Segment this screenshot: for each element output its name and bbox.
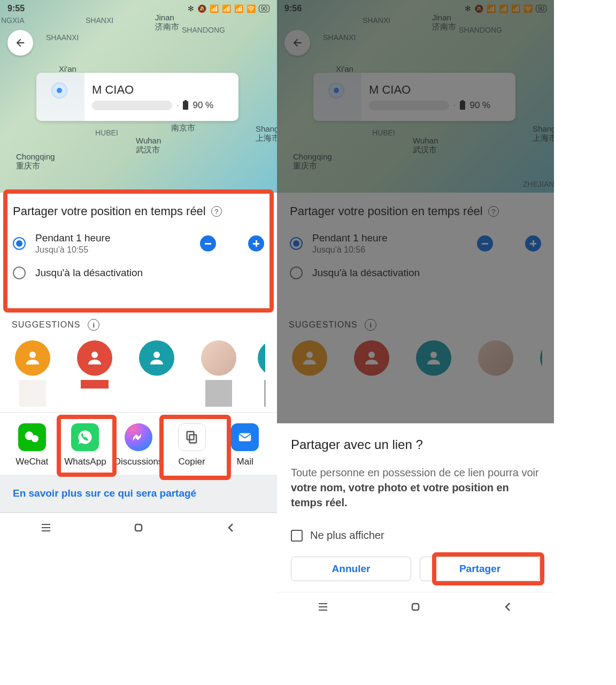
map-city-label: Wuhan 武汉市 — [136, 136, 161, 155]
share-app-mail[interactable]: Mail — [221, 423, 269, 467]
app-label: Mail — [237, 456, 253, 467]
map-region-label: SHANDONG — [182, 26, 225, 34]
modal-overlay[interactable] — [277, 0, 554, 423]
app-label: WeChat — [16, 456, 48, 467]
dialog-body: Toute personne en possession de ce lien … — [291, 465, 540, 510]
dialog-title: Partager avec un lien ? — [291, 437, 540, 452]
map-region-label: SHANXI — [86, 16, 113, 25]
system-nav-bar — [0, 513, 277, 542]
app-label: Discussions — [114, 456, 163, 467]
increase-button[interactable] — [248, 235, 264, 252]
option-2-label: Jusqu'à la désactivation — [35, 267, 264, 279]
share-app-messenger[interactable]: Discussions — [114, 423, 163, 467]
recent-apps-icon[interactable] — [317, 600, 329, 613]
user-location-thumb — [36, 73, 84, 121]
svg-point-5 — [31, 435, 38, 442]
status-time: 9:55 — [7, 4, 25, 13]
share-app-copy[interactable]: Copier — [168, 423, 216, 467]
avatar — [139, 340, 174, 376]
status-icons: ✻🔕📶📶📶🛜 90 — [188, 4, 270, 13]
share-title: Partager votre position en temps réel — [13, 204, 206, 218]
contact-item[interactable] — [15, 340, 50, 407]
user-name: M CIAO — [92, 83, 231, 97]
back-button[interactable] — [7, 30, 33, 56]
mail-icon — [231, 423, 259, 451]
share-app-whatsapp[interactable]: WhatsApp — [61, 423, 109, 467]
svg-point-0 — [29, 352, 36, 358]
avatar — [15, 340, 50, 376]
battery-percent: 90 % — [192, 100, 213, 111]
battery-icon — [183, 101, 188, 110]
app-label: WhatsApp — [64, 456, 106, 467]
map-city-label: Shanghai 上海市 — [256, 124, 277, 143]
cancel-button[interactable]: Annuler — [291, 557, 411, 581]
system-nav-bar — [277, 592, 554, 621]
share-apps-row: WeChat WhatsApp Discussions Copier Mail — [0, 412, 277, 475]
svg-rect-6 — [189, 435, 196, 443]
share-button[interactable]: Partager — [420, 557, 540, 581]
home-icon[interactable] — [132, 521, 145, 534]
option-1-sublabel: Jusqu'à 10:55 — [35, 245, 190, 255]
help-icon[interactable]: ? — [211, 206, 222, 217]
avatar — [77, 340, 112, 376]
svg-rect-12 — [135, 524, 142, 531]
radio-duration-1hour[interactable] — [13, 237, 26, 250]
messenger-icon — [125, 423, 152, 451]
option-1-label: Pendant 1 heure — [35, 232, 190, 244]
map-background: 9:55 ✻🔕📶📶📶🛜 90 NGXIA SHANXI SHAANXI SHAN… — [0, 0, 277, 193]
copy-icon — [178, 423, 206, 451]
svg-rect-8 — [239, 433, 251, 442]
map-region-label: HUBEI — [95, 128, 118, 137]
map-region-label: SHAANXI — [46, 33, 79, 42]
suggestions-section: SUGGESTIONS i — [0, 308, 277, 412]
recent-apps-icon[interactable] — [40, 521, 52, 534]
home-icon[interactable] — [409, 600, 422, 613]
info-icon[interactable]: i — [88, 319, 99, 331]
learn-more-link[interactable]: En savoir plus sur ce qui sera partagé — [0, 475, 277, 513]
user-card[interactable]: M CIAO · 90 % — [36, 73, 238, 121]
avatar — [258, 340, 265, 376]
decrease-button[interactable] — [200, 235, 216, 252]
map-region-label: NGXIA — [1, 16, 25, 25]
dont-show-checkbox[interactable] — [291, 530, 303, 542]
share-link-dialog: Partager avec un lien ? Toute personne e… — [277, 423, 554, 592]
svg-rect-20 — [412, 604, 419, 610]
back-icon[interactable] — [225, 521, 237, 534]
back-icon[interactable] — [502, 600, 514, 613]
share-duration-panel: Partager votre position en temps réel ? … — [0, 193, 277, 289]
contact-item[interactable] — [263, 340, 265, 407]
svg-point-2 — [153, 352, 160, 358]
radio-until-disabled[interactable] — [13, 267, 26, 279]
avatar-photo — [201, 340, 236, 376]
share-app-wechat[interactable]: WeChat — [8, 423, 56, 467]
svg-rect-7 — [187, 432, 194, 440]
app-label: Copier — [179, 456, 205, 467]
wechat-icon — [18, 423, 46, 451]
progress-bar — [92, 101, 172, 110]
contact-item[interactable] — [77, 340, 112, 407]
suggestions-label: SUGGESTIONS — [12, 320, 80, 330]
svg-point-1 — [91, 352, 98, 358]
map-city-label: Chongqing 重庆市 — [16, 152, 55, 171]
contact-item[interactable] — [139, 340, 174, 407]
contact-item[interactable] — [201, 340, 236, 407]
map-city-label: 南京市 — [171, 123, 195, 133]
whatsapp-icon — [71, 423, 99, 451]
dont-show-label: Ne plus afficher — [310, 529, 384, 542]
